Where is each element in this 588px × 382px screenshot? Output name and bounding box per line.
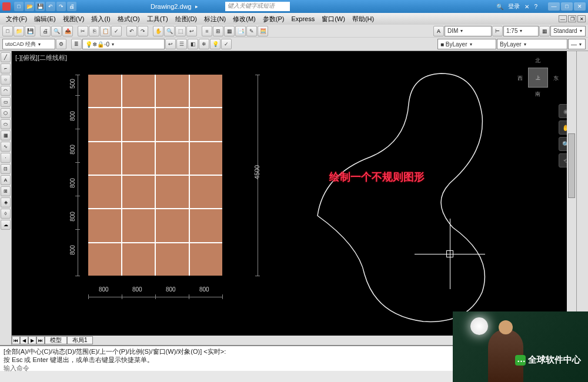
qat-save-icon[interactable]: 💾: [35, 2, 45, 11]
rect-icon[interactable]: ▭: [1, 97, 11, 107]
menu-edit[interactable]: 编辑(E): [31, 15, 59, 24]
menu-view[interactable]: 视图(V): [59, 15, 88, 24]
tab-next-button[interactable]: ▶: [28, 336, 36, 344]
standard-toolbar: □ 📁 💾 🖨 🔍 📤 ✂ ⎘ 📋 ✓ ↶ ↷ ✋ 🔍 ⬚ ↩ ≡ ⊞ ▦ 📑 …: [0, 25, 588, 38]
wipeout-icon[interactable]: ◊: [1, 209, 11, 219]
linetype-combo[interactable]: ByLayer: [497, 39, 567, 49]
layer-iso-icon[interactable]: ◧: [188, 39, 198, 49]
qat-undo-icon[interactable]: ↶: [46, 2, 55, 11]
workspace-combo[interactable]: utoCAD 经典: [2, 39, 55, 49]
properties-icon[interactable]: ≡: [202, 26, 212, 36]
zoom-icon[interactable]: 🔍: [164, 26, 175, 36]
maximize-button[interactable]: □: [561, 2, 573, 11]
menu-file[interactable]: 文件(F): [2, 15, 31, 24]
markup-icon[interactable]: ✎: [246, 26, 257, 36]
qat-print-icon[interactable]: 🖨: [67, 2, 76, 11]
table2-icon[interactable]: ⊞: [1, 186, 11, 196]
mdi-close-button[interactable]: ✕: [577, 15, 586, 22]
circle-icon[interactable]: ○: [1, 75, 11, 85]
paste-icon[interactable]: 📋: [100, 26, 111, 36]
arc-icon[interactable]: ◠: [1, 86, 11, 96]
layer-prev-icon[interactable]: ↩: [165, 39, 176, 49]
polygon-icon[interactable]: ⬡: [1, 108, 11, 118]
help-search-input[interactable]: 键入关键字或短语: [225, 2, 290, 11]
redo-icon[interactable]: ↷: [138, 26, 148, 36]
qat-new-icon[interactable]: □: [14, 2, 24, 11]
ellipse-icon[interactable]: ⬭: [1, 119, 11, 129]
tab-last-button[interactable]: ⏭: [36, 336, 45, 344]
plot-icon[interactable]: 🖨: [40, 26, 51, 36]
pline-icon[interactable]: ⌐: [1, 63, 11, 73]
point-icon[interactable]: ·: [1, 153, 11, 163]
drawing-canvas[interactable]: [-][俯视][二维线框] 500 800 800 800 800 800 45…: [12, 51, 576, 345]
hatch-icon[interactable]: ▦: [1, 130, 11, 140]
menu-tools[interactable]: 工具(T): [143, 15, 172, 24]
publish-icon[interactable]: 📤: [62, 26, 73, 36]
menu-express[interactable]: Express: [288, 15, 318, 22]
vertical-scrollbar[interactable]: [567, 51, 576, 336]
zoom-prev-icon[interactable]: ↩: [186, 26, 197, 36]
spline-icon[interactable]: ∿: [1, 142, 11, 152]
block-icon[interactable]: ⊡: [1, 164, 11, 174]
lineweight-combo[interactable]: —: [568, 39, 586, 49]
tab-model[interactable]: 模型: [45, 336, 67, 344]
login-button[interactable]: 登录: [508, 2, 520, 11]
layer-make-icon[interactable]: ✓: [221, 39, 232, 49]
layer-combo[interactable]: 💡❄🔒▫ 0: [82, 39, 165, 49]
scale-combo[interactable]: 1:75: [503, 26, 539, 36]
copy-icon[interactable]: ⎘: [89, 26, 99, 36]
close-button[interactable]: ✕: [574, 2, 586, 11]
layer-off-icon[interactable]: 💡: [210, 39, 220, 49]
region-icon[interactable]: ◈: [1, 197, 11, 207]
mdi-restore-button[interactable]: ❐: [568, 15, 576, 22]
textstyle-combo[interactable]: Standard: [550, 26, 586, 36]
menu-window[interactable]: 窗口(W): [318, 15, 349, 24]
calc-icon[interactable]: 🧮: [258, 26, 268, 36]
layer-props-icon[interactable]: ≣: [71, 39, 82, 49]
toolpalette-icon[interactable]: ▦: [224, 26, 235, 36]
wechat-icon: [515, 355, 526, 366]
menu-param[interactable]: 参数(P): [259, 15, 288, 24]
pan-icon[interactable]: ✋: [153, 26, 163, 36]
open-icon[interactable]: 📁: [14, 26, 24, 36]
line-icon[interactable]: ╱: [1, 52, 11, 62]
preview-icon[interactable]: 🔍: [51, 26, 62, 36]
menu-insert[interactable]: 插入(I): [88, 15, 113, 24]
viewport-label[interactable]: [-][俯视][二维线框]: [15, 53, 67, 62]
title-chevron-icon[interactable]: ▸: [195, 4, 198, 9]
cut-icon[interactable]: ✂: [78, 26, 88, 36]
mdi-minimize-button[interactable]: —: [559, 15, 567, 22]
tab-layout1[interactable]: 布局1: [67, 336, 93, 344]
sheetset-icon[interactable]: 📑: [235, 26, 246, 36]
match-icon[interactable]: ✓: [111, 26, 122, 36]
textstyle-icon[interactable]: A: [433, 26, 444, 36]
menu-dimension[interactable]: 标注(N): [201, 15, 229, 24]
viewcube[interactable]: 北 东 南 西 上: [517, 57, 559, 98]
menu-help[interactable]: 帮助(H): [349, 15, 377, 24]
tab-first-button[interactable]: ⏮: [12, 336, 20, 344]
designcenter-icon[interactable]: ⊞: [213, 26, 223, 36]
layer-freeze-icon[interactable]: ❄: [199, 39, 209, 49]
menu-format[interactable]: 格式(O): [114, 15, 143, 24]
color-combo[interactable]: ■ ByLayer: [437, 39, 496, 49]
search-icon[interactable]: 🔍: [496, 4, 503, 10]
minimize-button[interactable]: —: [548, 2, 560, 11]
help-icon[interactable]: ?: [534, 4, 537, 10]
save-icon[interactable]: 💾: [25, 26, 35, 36]
revision-icon[interactable]: ☁: [1, 220, 11, 230]
workspace-gear-icon[interactable]: ⚙: [56, 39, 66, 49]
layer-state-icon[interactable]: ☰: [176, 39, 187, 49]
qat-redo-icon[interactable]: ↷: [56, 2, 66, 11]
table-icon[interactable]: ▦: [539, 26, 550, 36]
text-icon[interactable]: A: [1, 175, 11, 185]
tab-prev-button[interactable]: ◀: [20, 336, 28, 344]
zoom-window-icon[interactable]: ⬚: [175, 26, 186, 36]
new-icon[interactable]: □: [2, 26, 13, 36]
qat-open-icon[interactable]: 📂: [25, 2, 34, 11]
dimstyle-combo[interactable]: DIM: [445, 26, 492, 36]
exchange-icon[interactable]: ✕: [524, 4, 529, 10]
menu-draw[interactable]: 绘图(D): [172, 15, 201, 24]
dim-icon[interactable]: ⊢: [492, 26, 503, 36]
menu-modify[interactable]: 修改(M): [229, 15, 259, 24]
undo-icon[interactable]: ↶: [126, 26, 137, 36]
